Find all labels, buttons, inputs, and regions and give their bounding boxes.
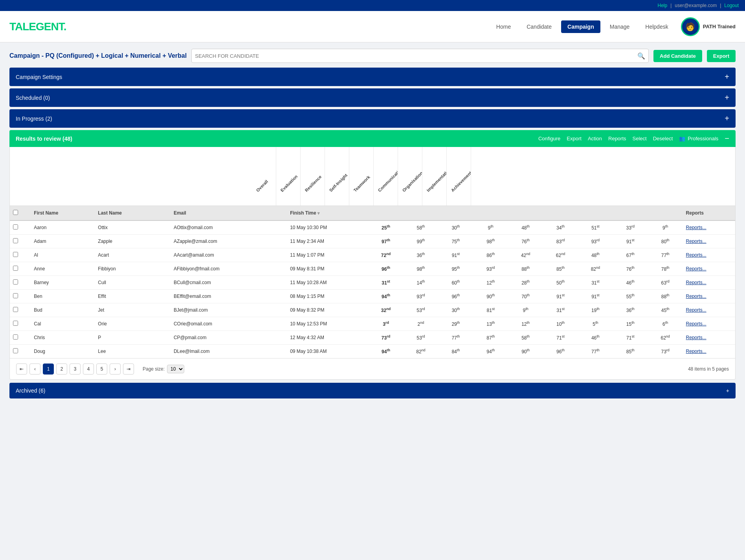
top-bar: Help | user@example.com | Logout <box>0 0 745 11</box>
cell-reports: Reports... <box>683 262 735 276</box>
row-checkbox-0[interactable] <box>13 224 18 230</box>
nav-helpdesk[interactable]: Helpdesk <box>639 20 674 33</box>
cell-lastname: Acart <box>95 248 171 262</box>
reports-link[interactable]: Reports... <box>686 239 706 244</box>
selfinsight-filter-icon[interactable]: ▿ <box>325 150 341 202</box>
cell-lastname: P <box>95 331 171 345</box>
page-5-button[interactable]: 5 <box>96 364 107 375</box>
cell-score-8: 62nd <box>648 331 683 345</box>
campaign-settings-toggle[interactable]: + <box>725 72 729 81</box>
cell-score-2: 60th <box>438 276 473 290</box>
organisation-filter-icon[interactable]: ▿ <box>398 150 414 202</box>
page-size-select[interactable]: 10 20 50 <box>167 365 184 373</box>
cell-reports: Reports... <box>683 248 735 262</box>
page-3-button[interactable]: 3 <box>70 364 81 375</box>
logo: TALEGENT. <box>9 20 66 33</box>
search-container: 🔍 <box>191 49 649 63</box>
row-checkbox-6[interactable] <box>13 307 18 312</box>
reports-link[interactable]: Reports... <box>686 335 706 340</box>
teamwork-filter-icon[interactable]: ▿ <box>349 150 365 202</box>
cell-score-5: 91st <box>543 290 578 303</box>
reports-action[interactable]: Reports <box>608 136 626 141</box>
next-page-button[interactable]: › <box>110 364 121 375</box>
export-action[interactable]: Export <box>567 136 582 141</box>
nav-manage[interactable]: Manage <box>604 20 636 33</box>
deselect-action[interactable]: Deselect <box>653 136 673 141</box>
reports-link[interactable]: Reports... <box>686 321 706 327</box>
campaign-settings-label: Campaign Settings <box>16 74 62 80</box>
cell-score-0: 94th <box>369 345 404 358</box>
archived-label: Archived (6) <box>16 387 45 394</box>
row-checkbox-9[interactable] <box>13 348 18 353</box>
help-link[interactable]: Help <box>657 3 667 8</box>
page-2-button[interactable]: 2 <box>56 364 67 375</box>
search-icon[interactable]: 🔍 <box>637 52 645 60</box>
reports-link[interactable]: Reports... <box>686 280 706 285</box>
configure-action[interactable]: Configure <box>538 136 560 141</box>
table-row: ChrisPCP@pmail.com12 May 4:32 AM73rd53rd… <box>10 331 735 345</box>
results-collapse-button[interactable]: − <box>725 134 729 143</box>
rotated-col-teamwork: Teamwork ▿ <box>349 147 374 206</box>
search-input[interactable] <box>195 53 637 59</box>
resilience-filter-icon[interactable]: ▿ <box>301 150 317 202</box>
nav-candidate[interactable]: Candidate <box>520 20 558 33</box>
row-checkbox-4[interactable] <box>13 279 18 285</box>
logo-dot: . <box>64 20 66 33</box>
cell-firstname: Adam <box>31 235 95 248</box>
archived-bar[interactable]: Archived (6) + <box>9 383 736 398</box>
achievement-filter-icon[interactable]: ▿ <box>447 150 463 202</box>
add-candidate-button[interactable]: Add Candidate <box>653 50 702 62</box>
in-progress-toggle[interactable]: + <box>725 114 729 123</box>
page-1-button[interactable]: 1 <box>43 364 54 375</box>
row-checkbox-7[interactable] <box>13 321 18 326</box>
results-actions: Configure Export Action Reports Select D… <box>538 134 729 143</box>
prev-page-button[interactable]: ‹ <box>29 364 40 375</box>
last-page-button[interactable]: ⇥ <box>123 364 134 375</box>
scheduled-toggle[interactable]: + <box>725 93 729 102</box>
overall-filter-icon[interactable]: ▿ <box>252 150 268 202</box>
cell-score-5: 50th <box>543 276 578 290</box>
action-action[interactable]: Action <box>588 136 602 141</box>
cell-score-8: 73rd <box>648 345 683 358</box>
reports-link[interactable]: Reports... <box>686 252 706 258</box>
select-action[interactable]: Select <box>633 136 647 141</box>
professionals-button[interactable]: 👥 Professionals <box>679 136 718 141</box>
nav-campaign[interactable]: Campaign <box>561 20 600 33</box>
row-checkbox-3[interactable] <box>13 266 18 271</box>
rotated-col-communication: Communication ▿ <box>374 147 398 206</box>
results-bar: Results to review (48) Configure Export … <box>9 130 736 147</box>
cell-score-4: 90th <box>508 345 543 358</box>
reports-link[interactable]: Reports... <box>686 307 706 313</box>
select-all-checkbox[interactable] <box>13 210 18 215</box>
cell-email: BJet@jmail.com <box>171 303 287 317</box>
implementation-filter-icon[interactable]: ▿ <box>422 150 439 202</box>
row-checkbox-8[interactable] <box>13 334 18 340</box>
cell-firstname: Aaron <box>31 220 95 235</box>
scheduled-bar[interactable]: Scheduled (0) + <box>9 88 736 107</box>
nav-home[interactable]: Home <box>490 20 517 33</box>
row-checkbox-5[interactable] <box>13 293 18 298</box>
finish-time-filter-icon[interactable]: ▿ <box>317 211 319 215</box>
reports-link[interactable]: Reports... <box>686 266 706 272</box>
cell-firstname: Doug <box>31 345 95 358</box>
row-checkbox-1[interactable] <box>13 238 18 243</box>
reports-link[interactable]: Reports... <box>686 294 706 299</box>
in-progress-bar[interactable]: In Progress (2) + <box>9 109 736 128</box>
total-info: 48 items in 5 pages <box>688 366 729 372</box>
rotated-col-implementation: Implementation ▿ <box>422 147 447 206</box>
cell-score-5: 96th <box>543 345 578 358</box>
communication-filter-icon[interactable]: ▿ <box>374 150 390 202</box>
cell-score-7: 76th <box>613 262 648 276</box>
export-button[interactable]: Export <box>707 50 736 62</box>
row-checkbox-2[interactable] <box>13 252 18 257</box>
logout-link[interactable]: Logout <box>724 3 739 8</box>
avatar: 🧑 <box>681 17 700 36</box>
first-page-button[interactable]: ⇤ <box>16 364 27 375</box>
campaign-settings-bar[interactable]: Campaign Settings + <box>9 68 736 86</box>
page-4-button[interactable]: 4 <box>83 364 94 375</box>
reports-link[interactable]: Reports... <box>686 349 706 354</box>
evaluation-filter-icon[interactable]: ▿ <box>276 150 292 202</box>
archived-toggle[interactable]: + <box>726 387 729 394</box>
cell-score-3: 9th <box>473 220 508 235</box>
reports-link[interactable]: Reports... <box>686 225 706 230</box>
